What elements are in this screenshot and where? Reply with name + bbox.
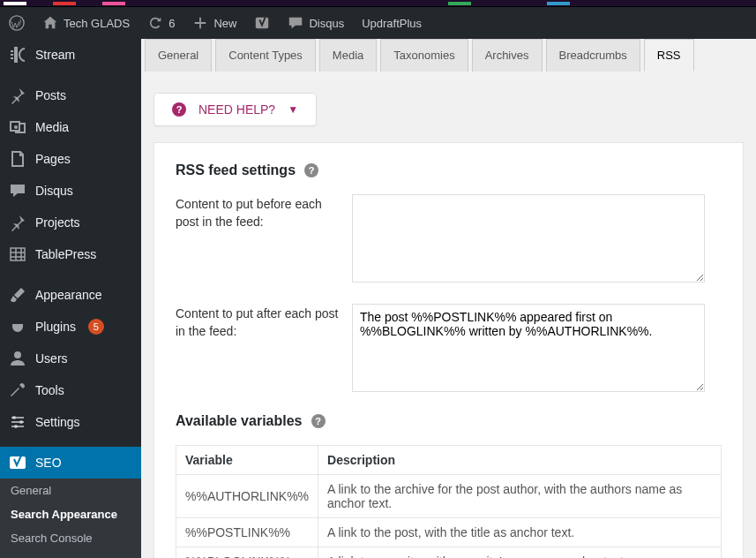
plugin-update-badge: 5: [88, 319, 104, 335]
plug-icon: [9, 318, 26, 336]
sidebar-item-tablepress[interactable]: TablePress: [0, 238, 141, 270]
yoast-link[interactable]: [245, 7, 279, 39]
help-icon: ?: [172, 102, 186, 117]
page-icon: [9, 150, 26, 168]
submenu-search-appearance[interactable]: Search Appearance: [0, 502, 141, 526]
help-label: NEED HELP?: [198, 102, 275, 117]
site-name-link[interactable]: Tech GLADS: [34, 7, 138, 39]
submenu-social[interactable]: Social: [0, 550, 141, 558]
wordpress-icon: [9, 15, 25, 31]
submenu-general[interactable]: General: [0, 479, 141, 502]
tab-breadcrumbs[interactable]: Breadcrumbs: [546, 39, 640, 72]
svg-point-3: [14, 351, 21, 358]
seo-submenu: General Search Appearance Search Console…: [0, 479, 141, 558]
media-icon: [9, 118, 26, 136]
sidebar-item-appearance[interactable]: Appearance: [0, 279, 141, 311]
tab-general[interactable]: General: [145, 39, 212, 72]
browser-tab-strip: [0, 0, 756, 7]
svg-point-5: [19, 420, 23, 424]
wrench-icon: [9, 381, 26, 399]
table-row: %%BLOGLINK%%A link to your site, with yo…: [176, 547, 722, 559]
user-icon: [9, 350, 26, 367]
table-row: %%POSTLINK%%A link to the post, with the…: [176, 518, 722, 547]
table-icon: [9, 245, 26, 263]
variables-table: Variable Description %%AUTHORLINK%%A lin…: [176, 445, 722, 558]
help-icon[interactable]: ?: [311, 414, 326, 428]
need-help-button[interactable]: ? NEED HELP? ▼: [153, 93, 317, 126]
table-row: %%AUTHORLINK%%A link to the archive for …: [176, 475, 722, 518]
rss-heading: RSS feed settings?: [176, 162, 722, 178]
brush-icon: [9, 286, 26, 304]
chevron-down-icon: ▼: [288, 103, 298, 116]
sidebar-item-media[interactable]: Media: [0, 111, 141, 143]
rss-settings-card: RSS feed settings? Content to put before…: [153, 142, 744, 558]
sidebar-item-settings[interactable]: Settings: [0, 406, 141, 438]
sidebar-item-stream[interactable]: Stream: [0, 39, 141, 71]
tab-content-types[interactable]: Content Types: [215, 39, 316, 72]
disqus-label: Disqus: [309, 17, 344, 30]
content-area: General Content Types Media Taxonomies A…: [141, 39, 756, 558]
before-post-textarea[interactable]: [352, 194, 705, 283]
admin-sidebar: Stream Posts Media Pages Disqus Projects…: [0, 39, 141, 558]
disqus-link[interactable]: Disqus: [279, 7, 353, 39]
after-post-label: Content to put after each post in the fe…: [176, 304, 343, 392]
stream-icon: [9, 46, 26, 64]
submenu-search-console[interactable]: Search Console: [0, 526, 141, 550]
sliders-icon: [9, 413, 26, 431]
new-label: New: [213, 17, 236, 30]
settings-tabs: General Content Types Media Taxonomies A…: [141, 39, 756, 72]
yoast-icon: [254, 15, 270, 31]
sidebar-item-disqus[interactable]: Disqus: [0, 175, 141, 207]
updraft-label: UpdraftPlus: [362, 17, 422, 30]
after-post-textarea[interactable]: [352, 304, 705, 392]
new-content-link[interactable]: New: [183, 7, 245, 39]
site-name: Tech GLADS: [64, 17, 130, 30]
pin-icon: [9, 214, 26, 231]
svg-point-4: [12, 416, 16, 419]
help-icon[interactable]: ?: [304, 163, 318, 177]
sidebar-item-posts[interactable]: Posts: [0, 79, 141, 111]
plus-icon: [192, 15, 208, 31]
refresh-icon: [147, 15, 163, 31]
sidebar-item-tools[interactable]: Tools: [0, 374, 141, 406]
before-post-label: Content to put before each post in the f…: [176, 194, 343, 283]
sidebar-item-seo[interactable]: SEO: [0, 447, 141, 479]
home-icon: [42, 15, 58, 31]
sidebar-item-plugins[interactable]: Plugins5: [0, 311, 141, 343]
sidebar-item-users[interactable]: Users: [0, 343, 141, 374]
comment-icon: [9, 182, 26, 200]
tab-archives[interactable]: Archives: [472, 39, 543, 72]
wp-logo[interactable]: [0, 7, 34, 39]
svg-point-6: [14, 425, 18, 428]
updates-link[interactable]: 6: [138, 7, 183, 39]
sidebar-item-projects[interactable]: Projects: [0, 207, 141, 238]
vars-heading: Available variables?: [176, 413, 722, 429]
after-post-row: Content to put after each post in the fe…: [176, 304, 722, 392]
col-variable: Variable: [176, 446, 318, 475]
tab-rss[interactable]: RSS: [644, 39, 694, 72]
tab-media[interactable]: Media: [319, 39, 377, 72]
comment-icon: [288, 15, 303, 31]
pin-icon: [9, 87, 26, 104]
updraft-link[interactable]: UpdraftPlus: [353, 7, 430, 39]
col-description: Description: [318, 446, 722, 475]
wp-admin-bar: Tech GLADS 6 New Disqus UpdraftPlus: [0, 7, 756, 39]
sidebar-item-pages[interactable]: Pages: [0, 143, 141, 175]
before-post-row: Content to put before each post in the f…: [176, 194, 722, 283]
tab-taxonomies[interactable]: Taxonomies: [380, 39, 468, 72]
svg-point-2: [14, 125, 18, 129]
update-count: 6: [168, 17, 175, 30]
yoast-icon: [9, 454, 26, 471]
